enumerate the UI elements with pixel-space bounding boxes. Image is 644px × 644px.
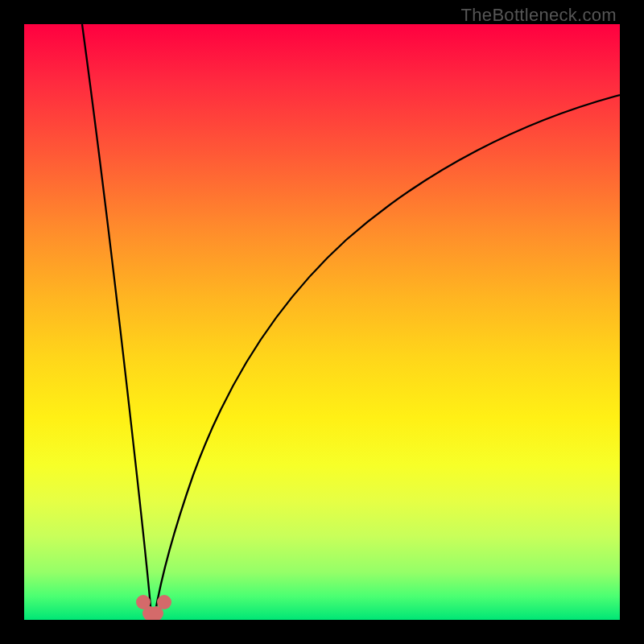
bottleneck-curve-svg <box>24 24 620 620</box>
curve-markers <box>136 595 171 620</box>
curve-left-branch <box>82 24 151 616</box>
watermark-text: TheBottleneck.com <box>461 5 617 26</box>
plot-area <box>24 24 620 620</box>
marker-dot <box>157 595 171 609</box>
curve-right-branch <box>155 95 620 616</box>
